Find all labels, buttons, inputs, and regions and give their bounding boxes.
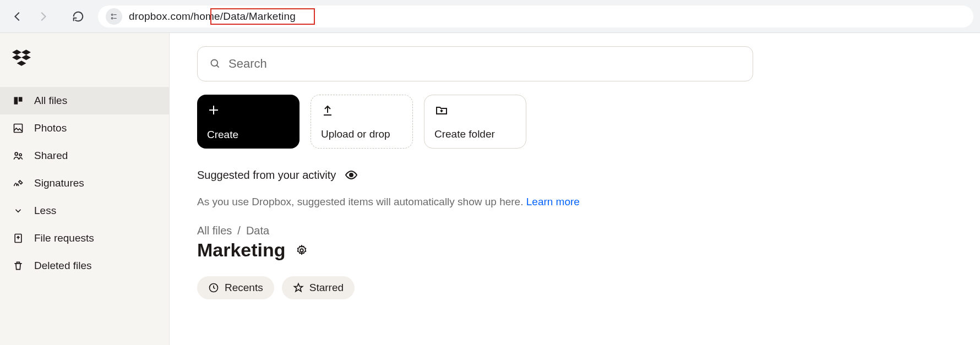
files-icon xyxy=(12,95,24,106)
chip-label: Recents xyxy=(225,282,263,294)
sidebar-item-label: Deleted files xyxy=(34,260,92,272)
sidebar-item-label: Shared xyxy=(34,150,68,162)
sidebar-item-label: All files xyxy=(34,95,67,107)
forward-button[interactable] xyxy=(32,6,54,28)
suggested-heading-row: Suggested from your activity xyxy=(197,168,952,182)
sidebar-item-photos[interactable]: Photos xyxy=(0,114,169,142)
plus-icon xyxy=(207,103,290,118)
page-title: Marketing xyxy=(197,239,286,261)
svg-rect-4 xyxy=(14,124,23,133)
sidebar-item-label: Photos xyxy=(34,122,67,134)
breadcrumb-sep: / xyxy=(237,224,241,237)
action-label: Upload or drop xyxy=(321,128,402,140)
upload-button[interactable]: Upload or drop xyxy=(311,95,413,149)
upload-icon xyxy=(321,104,402,118)
breadcrumb-item[interactable]: Data xyxy=(246,224,269,237)
learn-more-link[interactable]: Learn more xyxy=(526,196,580,207)
sidebar-item-label: Signatures xyxy=(34,177,84,189)
sidebar-item-label: Less xyxy=(34,205,56,217)
eye-icon[interactable] xyxy=(345,168,358,182)
sidebar: All files Photos Shared Signatures Less xyxy=(0,33,170,345)
settings-gear-icon[interactable] xyxy=(296,244,308,256)
signatures-icon xyxy=(12,178,24,189)
url-bar[interactable]: dropbox.com/home/Data/Marketing xyxy=(98,6,973,28)
dropbox-logo-icon xyxy=(12,50,31,66)
svg-rect-3 xyxy=(19,97,23,101)
browser-toolbar: dropbox.com/home/Data/Marketing xyxy=(0,0,980,33)
recents-chip[interactable]: Recents xyxy=(197,276,274,299)
url-text: dropbox.com/home/Data/Marketing xyxy=(129,10,296,23)
clock-icon xyxy=(208,282,219,293)
action-row: Create Upload or drop Create folder xyxy=(197,95,952,149)
action-label: Create folder xyxy=(434,128,516,140)
create-button[interactable]: Create xyxy=(197,95,300,149)
file-requests-icon xyxy=(12,233,24,244)
suggested-text: As you use Dropbox, suggested items will… xyxy=(197,196,952,208)
chevron-down-icon xyxy=(12,206,24,216)
search-input[interactable]: Search xyxy=(197,46,753,81)
svg-rect-2 xyxy=(14,97,18,104)
svg-point-6 xyxy=(19,154,21,156)
svg-point-0 xyxy=(111,14,113,15)
app-container: All files Photos Shared Signatures Less xyxy=(0,33,980,345)
filter-chip-row: Recents Starred xyxy=(197,276,952,299)
suggested-heading: Suggested from your activity xyxy=(197,169,336,182)
sidebar-item-signatures[interactable]: Signatures xyxy=(0,169,169,197)
sidebar-item-all-files[interactable]: All files xyxy=(0,87,169,114)
action-label: Create xyxy=(207,129,290,141)
search-icon xyxy=(210,58,221,69)
create-folder-button[interactable]: Create folder xyxy=(424,95,526,149)
breadcrumb-item[interactable]: All files xyxy=(197,224,232,237)
sidebar-item-label: File requests xyxy=(34,232,94,244)
svg-point-10 xyxy=(300,249,303,252)
reload-button[interactable] xyxy=(67,6,89,28)
breadcrumb: All files / Data xyxy=(197,224,952,237)
trash-icon xyxy=(12,260,24,271)
suggested-body: As you use Dropbox, suggested items will… xyxy=(197,196,526,207)
main-content: Search Create Upload or drop Create fold… xyxy=(170,33,980,345)
starred-chip[interactable]: Starred xyxy=(282,276,355,299)
shared-icon xyxy=(12,150,24,161)
chip-label: Starred xyxy=(309,282,344,294)
title-row: Marketing xyxy=(197,239,952,261)
sidebar-item-shared[interactable]: Shared xyxy=(0,142,169,169)
back-button[interactable] xyxy=(7,6,29,28)
star-icon xyxy=(293,282,304,293)
search-placeholder: Search xyxy=(228,57,267,71)
logo[interactable] xyxy=(0,50,169,87)
site-info-icon[interactable] xyxy=(106,8,122,25)
svg-point-1 xyxy=(111,18,113,19)
photos-icon xyxy=(12,123,24,134)
svg-point-5 xyxy=(15,152,18,155)
folder-plus-icon xyxy=(434,104,516,118)
sidebar-item-less[interactable]: Less xyxy=(0,197,169,224)
sidebar-item-file-requests[interactable]: File requests xyxy=(0,224,169,252)
sidebar-item-deleted-files[interactable]: Deleted files xyxy=(0,252,169,280)
svg-point-8 xyxy=(211,60,218,67)
svg-point-9 xyxy=(350,173,353,177)
